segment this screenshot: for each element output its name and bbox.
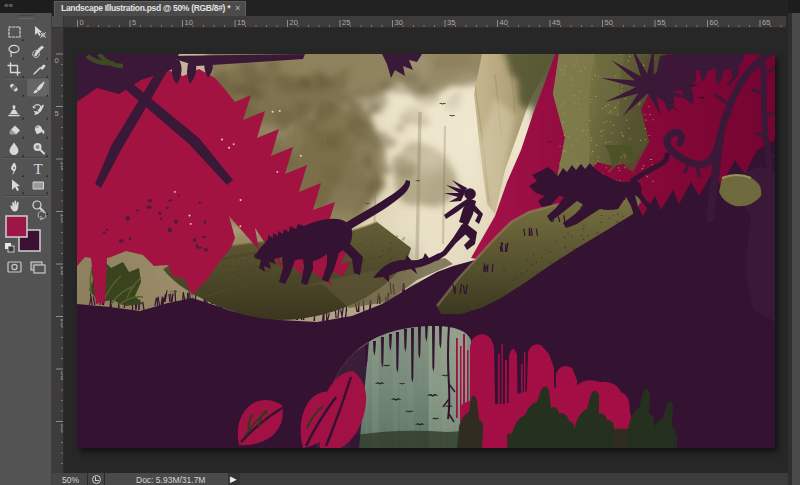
svg-text:5: 5 <box>55 109 59 118</box>
svg-text:15: 15 <box>237 18 245 27</box>
svg-text:0: 0 <box>80 18 84 27</box>
svg-text:55: 55 <box>657 18 665 27</box>
svg-text:5: 5 <box>132 18 136 27</box>
svg-text:20: 20 <box>290 18 298 27</box>
svg-text:40: 40 <box>500 18 508 27</box>
svg-text:25: 25 <box>342 18 350 27</box>
svg-text:45: 45 <box>552 18 560 27</box>
svg-text:0: 0 <box>55 56 59 65</box>
svg-text:T: T <box>33 161 42 177</box>
svg-text:50: 50 <box>605 18 613 27</box>
svg-text:65: 65 <box>762 18 770 27</box>
svg-text:30: 30 <box>395 18 403 27</box>
svg-text:10: 10 <box>185 18 193 27</box>
svg-text:35: 35 <box>447 18 455 27</box>
svg-text:60: 60 <box>710 18 718 27</box>
